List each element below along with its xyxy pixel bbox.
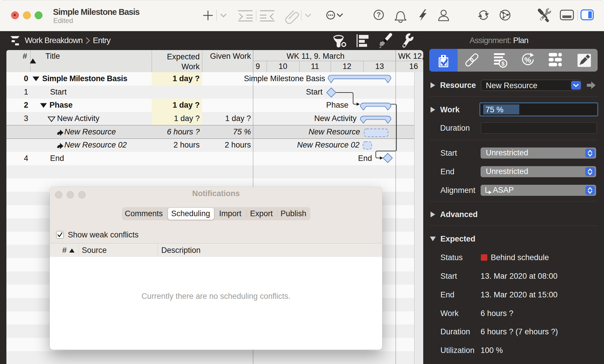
svg-text:?: ? (377, 11, 381, 19)
svg-text:%: % (524, 56, 531, 64)
svg-text:$: $ (502, 61, 505, 67)
